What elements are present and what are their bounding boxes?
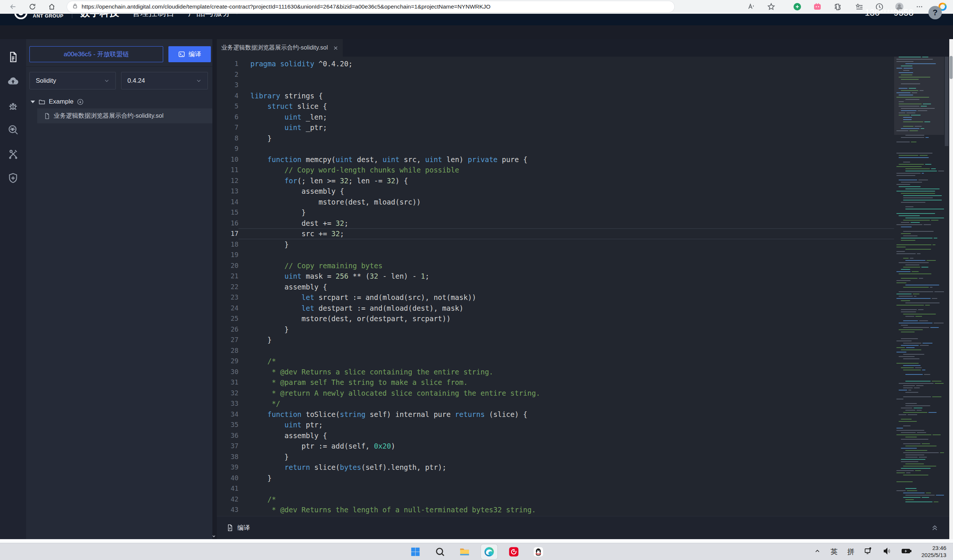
code-line[interactable]: */ — [238, 398, 894, 409]
code-line[interactable]: // Copy remaining bytes — [238, 261, 894, 271]
extension-pink-icon[interactable] — [811, 1, 824, 12]
code-line[interactable]: assembly { — [238, 430, 894, 441]
account-phone[interactable]: 130****9558 — [865, 8, 914, 18]
ime-language-indicator[interactable]: 英 — [830, 547, 838, 557]
cloud-upload-icon[interactable] — [6, 74, 20, 88]
code-line[interactable]: struct slice { — [238, 101, 894, 112]
version-select[interactable]: 0.4.24 — [121, 72, 208, 89]
code-line[interactable]: let destpart := and(mload(dest), mask) — [238, 303, 894, 314]
code-line[interactable] — [238, 80, 894, 90]
code-line[interactable]: ptr := add(self, 0x20) — [238, 441, 894, 451]
browser-horizontal-scrollbar[interactable] — [0, 539, 953, 543]
code-line[interactable]: uint ptr; — [238, 420, 894, 430]
code-line[interactable] — [238, 143, 894, 154]
code-line[interactable]: return slice(bytes(self).length, ptr); — [238, 462, 894, 473]
code-line[interactable] — [238, 345, 894, 356]
clock[interactable]: 23:46 2025/5/13 — [921, 545, 946, 559]
code-line[interactable]: * @param self The string to make a slice… — [238, 377, 894, 388]
code-line[interactable]: library strings { — [238, 90, 894, 101]
qq-icon[interactable] — [530, 544, 546, 559]
compile-button[interactable]: 编译 — [168, 46, 211, 62]
netease-music-icon[interactable] — [506, 544, 522, 559]
code-line[interactable]: mstore(dest, or(destpart, srcpart)) — [238, 313, 894, 324]
tree-folder-row[interactable]: Example — [31, 95, 84, 109]
debug-bug-icon[interactable] — [6, 99, 20, 113]
code-lines[interactable]: pragma solidity ^0.4.20;library strings … — [238, 59, 894, 515]
editor-scrollbar[interactable] — [944, 57, 949, 516]
code-line[interactable]: } — [238, 335, 894, 345]
extensions-puzzle-icon[interactable] — [831, 1, 844, 12]
cloud-download-icon[interactable] — [77, 98, 84, 105]
code-line[interactable]: uint mask = 256 ** (32 - len) - 1; — [238, 271, 894, 282]
tools-icon[interactable] — [6, 147, 20, 161]
code-line[interactable]: src += 32; — [238, 228, 894, 239]
code-line[interactable]: * @dev Returns the length of a null-term… — [238, 504, 894, 515]
back-icon[interactable] — [7, 1, 19, 12]
collapse-up-icon[interactable] — [931, 523, 939, 533]
code-line[interactable]: function memcpy(uint dest, uint src, uin… — [238, 154, 894, 165]
minimap-slider[interactable] — [894, 57, 944, 135]
close-icon[interactable] — [333, 45, 338, 51]
start-button[interactable] — [407, 544, 424, 559]
code-line[interactable]: } — [238, 133, 894, 144]
code-line[interactable]: assembly { — [238, 282, 894, 293]
scan-bug-icon[interactable] — [6, 123, 20, 137]
code-line[interactable]: pragma solidity ^0.4.20; — [238, 59, 894, 69]
code-line[interactable]: function toSlice(string self) internal p… — [238, 409, 894, 420]
code-line[interactable]: } — [238, 239, 894, 250]
bottom-compile-label[interactable]: 编译 — [237, 523, 250, 532]
code-line[interactable]: dest += 32; — [238, 218, 894, 229]
tab-solidity-file[interactable]: 业务逻辑数据浏览器展示合约-solidity.sol — [217, 39, 343, 57]
browser-vertical-scrollbar[interactable] — [949, 39, 953, 539]
code-line[interactable]: /* — [238, 356, 894, 367]
cast-display-icon[interactable] — [864, 547, 873, 557]
favorite-star-icon[interactable] — [765, 1, 778, 12]
refresh-icon[interactable] — [26, 1, 39, 12]
line-number: 8 — [217, 133, 238, 144]
code-line[interactable]: } — [238, 207, 894, 218]
reader-mode-icon[interactable] — [744, 1, 758, 12]
editor-scrollbar-thumb[interactable] — [945, 57, 948, 146]
code-line[interactable]: mstore(dest, mload(src)) — [238, 197, 894, 208]
code-line[interactable] — [238, 483, 894, 494]
line-number: 26 — [217, 324, 238, 335]
tree-file-row-selected[interactable]: 业务逻辑数据浏览器展示合约-solidity.sol — [37, 109, 213, 123]
browser-toolbar: https://openchain.antdigital.com/cloudid… — [0, 0, 953, 14]
home-icon[interactable] — [45, 1, 58, 12]
ime-mode-indicator[interactable]: 拼 — [847, 547, 854, 557]
line-number: 7 — [217, 122, 238, 133]
code-line[interactable]: * @return A newly allocated slice contai… — [238, 388, 894, 399]
browser-scrollbar-thumb[interactable] — [950, 56, 953, 79]
code-line[interactable]: assembly { — [238, 186, 894, 197]
code-line[interactable]: /* — [238, 494, 894, 505]
line-number: 28 — [217, 345, 238, 356]
code-line[interactable]: let srcpart := and(mload(src), not(mask)… — [238, 292, 894, 303]
url-bar[interactable]: https://openchain.antdigital.com/cloudid… — [67, 1, 674, 12]
file-explorer-icon[interactable] — [456, 544, 473, 559]
edge-browser-icon[interactable] — [481, 544, 497, 559]
code-area[interactable]: 1234567891011121314151617181920212223242… — [217, 57, 944, 516]
extension-green-icon[interactable] — [790, 1, 804, 12]
line-number: 13 — [217, 186, 238, 197]
project-selector[interactable]: a00e36c5 - 开放联盟链 — [29, 46, 163, 62]
files-icon[interactable] — [6, 50, 20, 64]
code-line[interactable]: uint _len; — [238, 112, 894, 123]
battery-icon[interactable] — [901, 547, 912, 557]
code-line[interactable] — [238, 250, 894, 261]
code-line[interactable]: // Copy word-length chunks while possibl… — [238, 165, 894, 175]
code-line[interactable] — [238, 69, 894, 80]
clock-date: 2025/5/13 — [921, 552, 946, 559]
tray-expand-icon[interactable] — [814, 548, 821, 556]
help-icon[interactable]: ? — [928, 6, 942, 19]
code-line[interactable]: } — [238, 451, 894, 462]
favorites-list-icon[interactable] — [852, 1, 866, 12]
code-line[interactable]: } — [238, 473, 894, 484]
shield-security-icon[interactable] — [6, 171, 20, 185]
search-icon[interactable] — [432, 544, 448, 559]
code-line[interactable]: } — [238, 324, 894, 335]
language-select[interactable]: Solidity — [29, 72, 116, 89]
volume-icon[interactable] — [883, 547, 891, 557]
code-line[interactable]: for(; len >= 32; len -= 32) { — [238, 175, 894, 186]
code-line[interactable]: uint _ptr; — [238, 122, 894, 133]
code-line[interactable]: * @dev Returns a slice containing the en… — [238, 367, 894, 377]
